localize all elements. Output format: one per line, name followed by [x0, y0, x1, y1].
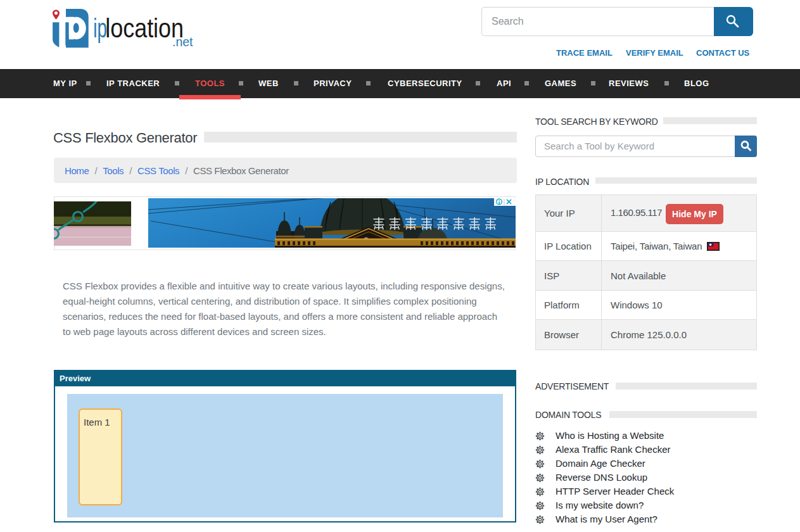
svg-text:.net: .net [172, 35, 193, 49]
